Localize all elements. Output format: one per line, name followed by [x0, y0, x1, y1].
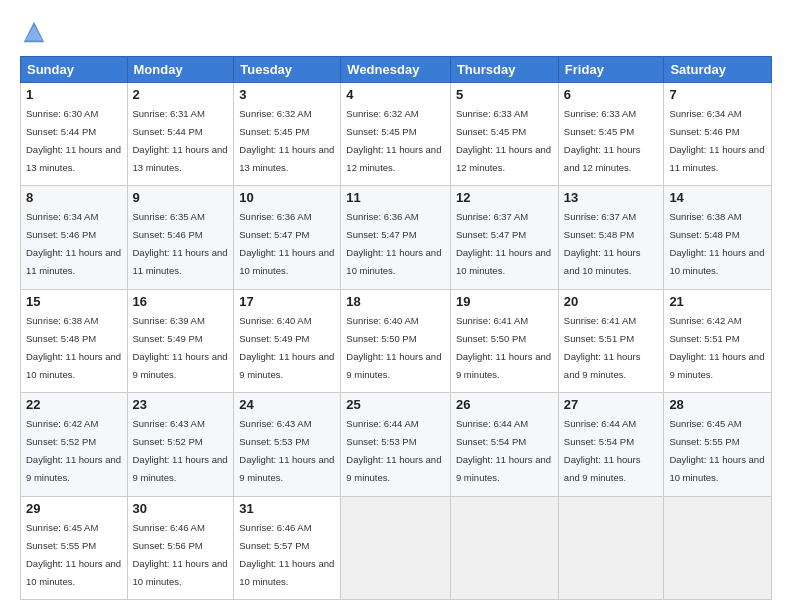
- calendar-header-row: SundayMondayTuesdayWednesdayThursdayFrid…: [21, 57, 772, 83]
- day-number: 31: [239, 501, 335, 516]
- calendar-cell: [664, 496, 772, 599]
- day-info: Sunrise: 6:35 AMSunset: 5:46 PMDaylight:…: [133, 211, 228, 276]
- day-info: Sunrise: 6:44 AMSunset: 5:54 PMDaylight:…: [564, 418, 641, 483]
- weekday-header: Thursday: [450, 57, 558, 83]
- calendar-cell: 8 Sunrise: 6:34 AMSunset: 5:46 PMDayligh…: [21, 186, 128, 289]
- day-number: 8: [26, 190, 122, 205]
- calendar-cell: 6 Sunrise: 6:33 AMSunset: 5:45 PMDayligh…: [558, 83, 664, 186]
- calendar-cell: 20 Sunrise: 6:41 AMSunset: 5:51 PMDaylig…: [558, 289, 664, 392]
- day-info: Sunrise: 6:32 AMSunset: 5:45 PMDaylight:…: [239, 108, 334, 173]
- day-number: 30: [133, 501, 229, 516]
- day-number: 1: [26, 87, 122, 102]
- weekday-header: Sunday: [21, 57, 128, 83]
- day-info: Sunrise: 6:38 AMSunset: 5:48 PMDaylight:…: [26, 315, 121, 380]
- day-info: Sunrise: 6:34 AMSunset: 5:46 PMDaylight:…: [669, 108, 764, 173]
- day-number: 10: [239, 190, 335, 205]
- day-number: 26: [456, 397, 553, 412]
- calendar-cell: 23 Sunrise: 6:43 AMSunset: 5:52 PMDaylig…: [127, 393, 234, 496]
- day-info: Sunrise: 6:40 AMSunset: 5:50 PMDaylight:…: [346, 315, 441, 380]
- calendar-cell: 21 Sunrise: 6:42 AMSunset: 5:51 PMDaylig…: [664, 289, 772, 392]
- calendar-cell: 27 Sunrise: 6:44 AMSunset: 5:54 PMDaylig…: [558, 393, 664, 496]
- day-info: Sunrise: 6:41 AMSunset: 5:51 PMDaylight:…: [564, 315, 641, 380]
- calendar-cell: 4 Sunrise: 6:32 AMSunset: 5:45 PMDayligh…: [341, 83, 451, 186]
- day-number: 2: [133, 87, 229, 102]
- calendar-cell: 25 Sunrise: 6:44 AMSunset: 5:53 PMDaylig…: [341, 393, 451, 496]
- day-number: 14: [669, 190, 766, 205]
- calendar-cell: 13 Sunrise: 6:37 AMSunset: 5:48 PMDaylig…: [558, 186, 664, 289]
- day-number: 17: [239, 294, 335, 309]
- day-number: 15: [26, 294, 122, 309]
- day-info: Sunrise: 6:39 AMSunset: 5:49 PMDaylight:…: [133, 315, 228, 380]
- calendar-cell: 18 Sunrise: 6:40 AMSunset: 5:50 PMDaylig…: [341, 289, 451, 392]
- day-info: Sunrise: 6:43 AMSunset: 5:52 PMDaylight:…: [133, 418, 228, 483]
- day-info: Sunrise: 6:45 AMSunset: 5:55 PMDaylight:…: [669, 418, 764, 483]
- day-number: 13: [564, 190, 659, 205]
- logo-icon: [20, 18, 48, 46]
- calendar-cell: 11 Sunrise: 6:36 AMSunset: 5:47 PMDaylig…: [341, 186, 451, 289]
- day-info: Sunrise: 6:32 AMSunset: 5:45 PMDaylight:…: [346, 108, 441, 173]
- calendar-cell: 5 Sunrise: 6:33 AMSunset: 5:45 PMDayligh…: [450, 83, 558, 186]
- calendar-cell: 22 Sunrise: 6:42 AMSunset: 5:52 PMDaylig…: [21, 393, 128, 496]
- day-info: Sunrise: 6:33 AMSunset: 5:45 PMDaylight:…: [564, 108, 641, 173]
- calendar-week-row: 22 Sunrise: 6:42 AMSunset: 5:52 PMDaylig…: [21, 393, 772, 496]
- day-info: Sunrise: 6:44 AMSunset: 5:54 PMDaylight:…: [456, 418, 551, 483]
- logo: [20, 18, 52, 46]
- day-number: 20: [564, 294, 659, 309]
- day-info: Sunrise: 6:37 AMSunset: 5:47 PMDaylight:…: [456, 211, 551, 276]
- day-number: 29: [26, 501, 122, 516]
- day-number: 12: [456, 190, 553, 205]
- calendar-cell: [558, 496, 664, 599]
- calendar-cell: 16 Sunrise: 6:39 AMSunset: 5:49 PMDaylig…: [127, 289, 234, 392]
- calendar-cell: 9 Sunrise: 6:35 AMSunset: 5:46 PMDayligh…: [127, 186, 234, 289]
- day-number: 22: [26, 397, 122, 412]
- calendar-cell: 15 Sunrise: 6:38 AMSunset: 5:48 PMDaylig…: [21, 289, 128, 392]
- day-info: Sunrise: 6:44 AMSunset: 5:53 PMDaylight:…: [346, 418, 441, 483]
- day-info: Sunrise: 6:36 AMSunset: 5:47 PMDaylight:…: [239, 211, 334, 276]
- day-info: Sunrise: 6:34 AMSunset: 5:46 PMDaylight:…: [26, 211, 121, 276]
- calendar-cell: 30 Sunrise: 6:46 AMSunset: 5:56 PMDaylig…: [127, 496, 234, 599]
- calendar-cell: 3 Sunrise: 6:32 AMSunset: 5:45 PMDayligh…: [234, 83, 341, 186]
- calendar-week-row: 15 Sunrise: 6:38 AMSunset: 5:48 PMDaylig…: [21, 289, 772, 392]
- calendar-week-row: 8 Sunrise: 6:34 AMSunset: 5:46 PMDayligh…: [21, 186, 772, 289]
- calendar-cell: 24 Sunrise: 6:43 AMSunset: 5:53 PMDaylig…: [234, 393, 341, 496]
- svg-marker-1: [26, 25, 43, 40]
- day-number: 18: [346, 294, 445, 309]
- day-info: Sunrise: 6:42 AMSunset: 5:51 PMDaylight:…: [669, 315, 764, 380]
- calendar-cell: 26 Sunrise: 6:44 AMSunset: 5:54 PMDaylig…: [450, 393, 558, 496]
- calendar-cell: [450, 496, 558, 599]
- calendar-cell: 10 Sunrise: 6:36 AMSunset: 5:47 PMDaylig…: [234, 186, 341, 289]
- calendar-cell: 14 Sunrise: 6:38 AMSunset: 5:48 PMDaylig…: [664, 186, 772, 289]
- calendar-cell: 31 Sunrise: 6:46 AMSunset: 5:57 PMDaylig…: [234, 496, 341, 599]
- day-info: Sunrise: 6:46 AMSunset: 5:56 PMDaylight:…: [133, 522, 228, 587]
- day-info: Sunrise: 6:36 AMSunset: 5:47 PMDaylight:…: [346, 211, 441, 276]
- day-number: 7: [669, 87, 766, 102]
- calendar-cell: 17 Sunrise: 6:40 AMSunset: 5:49 PMDaylig…: [234, 289, 341, 392]
- day-info: Sunrise: 6:31 AMSunset: 5:44 PMDaylight:…: [133, 108, 228, 173]
- day-number: 27: [564, 397, 659, 412]
- calendar-cell: 7 Sunrise: 6:34 AMSunset: 5:46 PMDayligh…: [664, 83, 772, 186]
- day-number: 24: [239, 397, 335, 412]
- day-number: 9: [133, 190, 229, 205]
- calendar-cell: 19 Sunrise: 6:41 AMSunset: 5:50 PMDaylig…: [450, 289, 558, 392]
- day-info: Sunrise: 6:30 AMSunset: 5:44 PMDaylight:…: [26, 108, 121, 173]
- day-info: Sunrise: 6:33 AMSunset: 5:45 PMDaylight:…: [456, 108, 551, 173]
- day-info: Sunrise: 6:37 AMSunset: 5:48 PMDaylight:…: [564, 211, 641, 276]
- weekday-header: Monday: [127, 57, 234, 83]
- header: [20, 18, 772, 46]
- page: SundayMondayTuesdayWednesdayThursdayFrid…: [0, 0, 792, 612]
- day-info: Sunrise: 6:41 AMSunset: 5:50 PMDaylight:…: [456, 315, 551, 380]
- day-info: Sunrise: 6:43 AMSunset: 5:53 PMDaylight:…: [239, 418, 334, 483]
- calendar-table: SundayMondayTuesdayWednesdayThursdayFrid…: [20, 56, 772, 600]
- day-info: Sunrise: 6:42 AMSunset: 5:52 PMDaylight:…: [26, 418, 121, 483]
- day-number: 23: [133, 397, 229, 412]
- calendar-cell: 1 Sunrise: 6:30 AMSunset: 5:44 PMDayligh…: [21, 83, 128, 186]
- day-number: 6: [564, 87, 659, 102]
- calendar-cell: 28 Sunrise: 6:45 AMSunset: 5:55 PMDaylig…: [664, 393, 772, 496]
- day-number: 28: [669, 397, 766, 412]
- weekday-header: Saturday: [664, 57, 772, 83]
- day-number: 25: [346, 397, 445, 412]
- day-info: Sunrise: 6:40 AMSunset: 5:49 PMDaylight:…: [239, 315, 334, 380]
- day-info: Sunrise: 6:38 AMSunset: 5:48 PMDaylight:…: [669, 211, 764, 276]
- day-number: 5: [456, 87, 553, 102]
- day-number: 21: [669, 294, 766, 309]
